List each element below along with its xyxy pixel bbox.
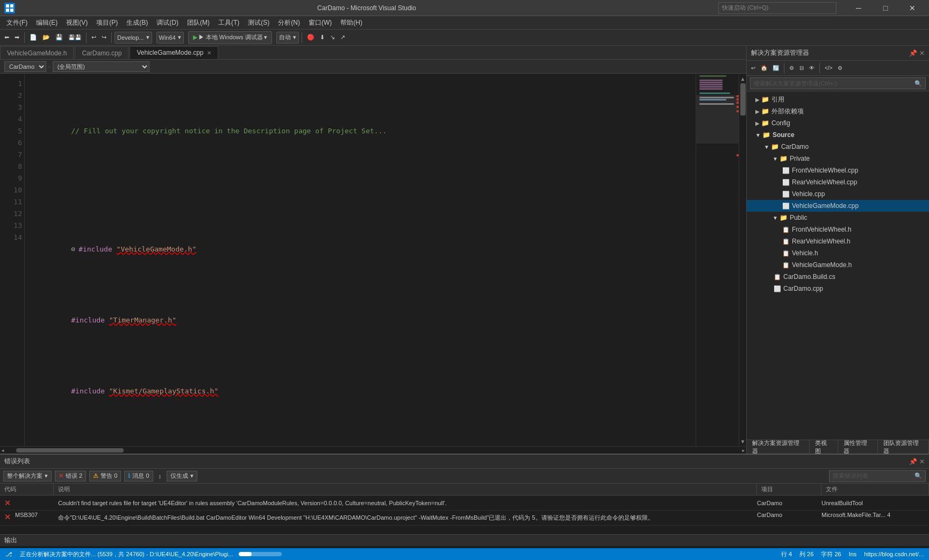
cpp-file-icon: ⬜ <box>782 167 790 174</box>
menu-build[interactable]: 生成(B) <box>122 17 152 28</box>
se-pin-button[interactable]: 📌 <box>909 49 917 57</box>
scroll-right-button[interactable]: ► <box>741 448 746 453</box>
step-into-button[interactable]: ↘ <box>328 31 337 44</box>
tree-item-private[interactable]: ▼ 📁 Private <box>747 153 929 164</box>
el-pin-button[interactable]: 📌 <box>909 458 917 465</box>
se-tab-class-view[interactable]: 类视图 <box>810 440 838 454</box>
error-row-1[interactable]: ✕ Couldn't find target rules file for ta… <box>0 496 929 511</box>
save-all-button[interactable]: 💾💾 <box>66 31 83 44</box>
run-button[interactable]: ▶ ▶ 本地 Windows 调试器 ▾ <box>188 31 272 44</box>
minimize-button[interactable]: ─ <box>846 0 871 16</box>
menu-help[interactable]: 帮助(H) <box>336 17 367 28</box>
tree-item-references[interactable]: ▶ 📁 引用 <box>747 94 929 105</box>
se-filter-button[interactable]: ⚙ <box>787 62 796 75</box>
redo-button[interactable]: ↪ <box>99 31 109 44</box>
back-button[interactable]: ⬅ <box>2 31 11 44</box>
step-out-button[interactable]: ↗ <box>338 31 347 44</box>
tab-vehiclegamemode-h[interactable]: VehicleGameMode.h <box>0 46 74 59</box>
error-file-cell: Microsoft.MakeFile.Tar... 4 <box>819 512 927 518</box>
menu-project[interactable]: 项目(P) <box>92 17 122 28</box>
config-dropdown[interactable]: Develop... ▾ <box>115 32 152 44</box>
maximize-button[interactable]: □ <box>873 0 898 16</box>
step-over-button[interactable]: ⬇ <box>318 31 327 44</box>
hscroll-thumb[interactable] <box>16 448 124 453</box>
menu-view[interactable]: 视图(V) <box>62 17 92 28</box>
menu-tools[interactable]: 工具(T) <box>214 17 244 28</box>
platform-dropdown[interactable]: Win64 ▾ <box>156 32 184 44</box>
tab-vehiclegamemode-cpp[interactable]: VehicleGameMode.cpp ✕ <box>130 46 218 59</box>
se-collapse-button[interactable]: ⊟ <box>797 62 806 75</box>
attach-dropdown[interactable]: 自动 ▾ <box>276 32 299 44</box>
tree-item-config[interactable]: ▶ 📁 Config <box>747 117 929 129</box>
tree-item-vehiclegamemode-h[interactable]: 📋 VehicleGameMode.h <box>747 259 929 271</box>
forward-button[interactable]: ➡ <box>12 31 22 44</box>
el-scope-filter[interactable]: 整个解决方案 ▾ <box>3 471 52 482</box>
quick-launch[interactable]: 快速启动 (Ctrl+Q) <box>718 2 837 14</box>
el-search-box[interactable]: 搜索错误列表 🔍 <box>829 470 926 482</box>
se-settings-button[interactable]: ⚙ <box>835 62 845 75</box>
menu-analyze[interactable]: 分析(N) <box>274 17 304 28</box>
vertical-scrollbar[interactable]: ▲ ▼ <box>739 74 746 446</box>
menu-team[interactable]: 团队(M) <box>183 17 214 28</box>
se-properties-button[interactable]: 🏠 <box>759 62 769 75</box>
new-file-button[interactable]: 📄 <box>27 31 39 44</box>
tree-item-rearvehiclewheel-h[interactable]: 📋 RearVehicleWheel.h <box>747 235 929 247</box>
error-desc-cell: 命令"D:\UE4\UE_4.20\Engine\Build\BatchFile… <box>56 514 755 522</box>
close-button[interactable]: ✕ <box>900 0 925 16</box>
code-text[interactable]: // Fill out your copyright notice in the… <box>25 74 696 446</box>
se-tab-solution-explorer[interactable]: 解决方案资源管理器 <box>747 440 810 454</box>
el-close-button[interactable]: ✕ <box>919 458 925 465</box>
tree-item-frontvehiclewheel-h[interactable]: 📋 FrontVehicleWheel.h <box>747 224 929 235</box>
el-errors-filter[interactable]: ✕ 错误 2 <box>55 471 86 482</box>
scroll-thumb[interactable] <box>740 83 746 116</box>
tree-item-cardamo-buildcs[interactable]: 📋 CarDamo.Build.cs <box>747 271 929 283</box>
el-sort-button[interactable]: ↕ <box>156 470 164 483</box>
se-close-button[interactable]: ✕ <box>919 49 925 57</box>
save-button[interactable]: 💾 <box>53 31 65 44</box>
menu-file[interactable]: 文件(F) <box>2 17 32 28</box>
el-warnings-filter[interactable]: ⚠ 警告 0 <box>89 471 121 482</box>
tab-close-icon[interactable]: ✕ <box>207 50 211 56</box>
breakpoint-button[interactable]: 🔴 <box>305 31 317 44</box>
el-only-build-filter[interactable]: 仅生成 ▾ <box>167 471 197 482</box>
minimap[interactable] <box>696 74 739 446</box>
open-file-button[interactable]: 📂 <box>40 31 52 44</box>
code-editor[interactable]: 1 2 3 4 5 6 7 8 9 10 11 12 13 14 // Fill… <box>0 74 746 446</box>
se-tab-property-manager[interactable]: 属性管理器 <box>838 440 878 454</box>
breadcrumb-class-select[interactable]: CarDamo <box>4 61 46 72</box>
arrow-icon: ▶ <box>755 97 760 103</box>
menu-edit[interactable]: 编辑(E) <box>32 17 62 28</box>
se-view-button[interactable]: 👁 <box>807 62 817 75</box>
tree-item-cardamo[interactable]: ▼ 📁 CarDamo <box>747 141 929 153</box>
tree-item-vehicle-cpp[interactable]: ⬜ Vehicle.cpp <box>747 188 929 200</box>
menu-test[interactable]: 测试(S) <box>244 17 274 28</box>
menu-debug[interactable]: 调试(D) <box>152 17 183 28</box>
tree-item-source[interactable]: ▼ 📁 Source <box>747 129 929 141</box>
scroll-up-button[interactable]: ▲ <box>741 75 744 82</box>
se-back-button[interactable]: ↩ <box>749 62 758 75</box>
item-label: VehicleGameMode.h <box>792 261 852 269</box>
tree-item-external[interactable]: ▶ 📁 外部依赖项 <box>747 105 929 117</box>
se-cpp-button[interactable]: </> <box>823 62 834 75</box>
tree-item-public[interactable]: ▼ 📁 Public <box>747 212 929 224</box>
item-label: Vehicle.cpp <box>792 190 825 198</box>
horizontal-scrollbar[interactable]: ◄ ► <box>0 446 746 454</box>
se-refresh-button[interactable]: 🔄 <box>770 62 781 75</box>
tree-item-frontvehiclewheel-cpp[interactable]: ⬜ FrontVehicleWheel.cpp <box>747 164 929 176</box>
breadcrumb-scope-select[interactable]: (全局范围) <box>53 61 149 72</box>
error-row-2[interactable]: ✕ MSB307 命令"D:\UE4\UE_4.20\Engine\Build\… <box>0 511 929 526</box>
sb-analyze-text: 正在分析解决方案中的文件... (5539，共 24760) - D:\UE4\… <box>18 550 235 558</box>
scroll-down-button[interactable]: ▼ <box>741 437 744 445</box>
tree-item-cardamo-cpp[interactable]: ⬜ CarDamo.cpp <box>747 283 929 295</box>
scroll-left-button[interactable]: ◄ <box>0 448 5 453</box>
tree-item-vehicle-h[interactable]: 📋 Vehicle.h <box>747 247 929 259</box>
tree-item-rearvehiclewheel-cpp[interactable]: ⬜ RearVehicleWheel.cpp <box>747 176 929 188</box>
undo-button[interactable]: ↩ <box>89 31 98 44</box>
tabbar: VehicleGameMode.h CarDamo.cpp VehicleGam… <box>0 46 746 60</box>
tree-item-vehiclegamemode-cpp[interactable]: ⬜ VehicleGameMode.cpp <box>747 200 929 212</box>
tab-cardamo-cpp[interactable]: CarDamo.cpp <box>75 46 128 59</box>
menu-window[interactable]: 窗口(W) <box>304 17 336 28</box>
se-search-box[interactable]: 搜索解决方案资源管理器(Ctrl+;) 🔍 <box>750 77 926 89</box>
el-messages-filter[interactable]: ℹ 消息 0 <box>124 471 153 482</box>
se-tab-team-explorer[interactable]: 团队资源管理器 <box>878 440 929 454</box>
